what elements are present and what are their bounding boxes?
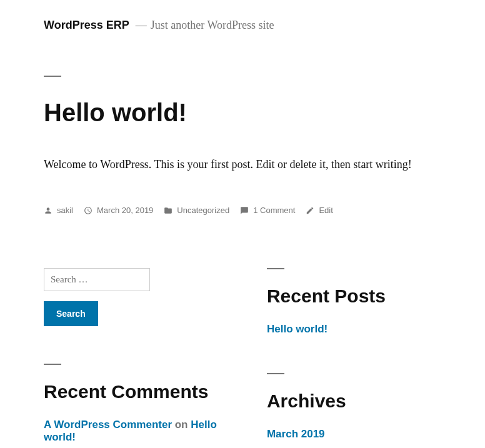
meta-author: sakil	[44, 206, 73, 215]
pencil-icon	[306, 206, 314, 215]
widget-column-left: Search Recent Comments A WordPress Comme…	[44, 268, 236, 448]
search-widget: Search	[44, 268, 236, 326]
recent-comments-title: Recent Comments	[44, 381, 236, 402]
widget-divider	[267, 268, 284, 269]
folder-icon	[164, 206, 172, 215]
widget-divider	[44, 364, 61, 365]
recent-posts-title: Recent Posts	[267, 286, 441, 307]
widget-divider	[267, 373, 284, 374]
post-title[interactable]: Hello world!	[44, 99, 441, 127]
list-item: A WordPress Commenter on Hello world!	[44, 419, 236, 444]
author-link[interactable]: sakil	[57, 206, 73, 215]
person-icon	[44, 206, 52, 215]
title-divider	[44, 76, 61, 77]
meta-date: March 20, 2019	[84, 206, 153, 215]
meta-comments: 1 Comment	[240, 206, 295, 215]
post-content: Welcome to WordPress. This is your first…	[44, 158, 441, 171]
archive-link[interactable]: March 2019	[267, 428, 325, 440]
clock-icon	[84, 206, 92, 215]
comment-icon	[240, 206, 249, 215]
archives-title: Archives	[267, 391, 441, 412]
list-item: March 2019	[267, 428, 441, 441]
search-button[interactable]: Search	[44, 301, 98, 326]
site-tagline: Just another WordPress site	[151, 19, 274, 32]
site-title-link[interactable]: WordPress ERP	[44, 19, 129, 32]
comments-link[interactable]: 1 Comment	[253, 206, 295, 215]
edit-link[interactable]: Edit	[319, 206, 332, 215]
date-link[interactable]: March 20, 2019	[97, 206, 153, 215]
footer-widgets: Search Recent Comments A WordPress Comme…	[44, 268, 441, 448]
recent-post-link[interactable]: Hello world!	[267, 323, 328, 335]
meta-category: Uncategorized	[164, 206, 229, 215]
list-item: Hello world!	[267, 323, 441, 336]
tagline-separator: —	[136, 19, 147, 32]
post: Hello world! Welcome to WordPress. This …	[44, 76, 441, 215]
post-meta: sakil March 20, 2019 Uncategorized 1 Com…	[44, 206, 441, 215]
comment-on-text: on	[175, 419, 188, 431]
search-input[interactable]	[44, 268, 150, 291]
comment-author-link[interactable]: A WordPress Commenter	[44, 419, 172, 431]
recent-comments-widget: Recent Comments A WordPress Commenter on…	[44, 364, 236, 444]
site-header: WordPress ERP — Just another WordPress s…	[44, 19, 441, 32]
recent-posts-widget: Recent Posts Hello world!	[267, 268, 441, 336]
category-link[interactable]: Uncategorized	[177, 206, 229, 215]
widget-column-right: Recent Posts Hello world! Archives March…	[267, 268, 441, 448]
archives-widget: Archives March 2019	[267, 373, 441, 441]
meta-edit: Edit	[306, 206, 332, 215]
